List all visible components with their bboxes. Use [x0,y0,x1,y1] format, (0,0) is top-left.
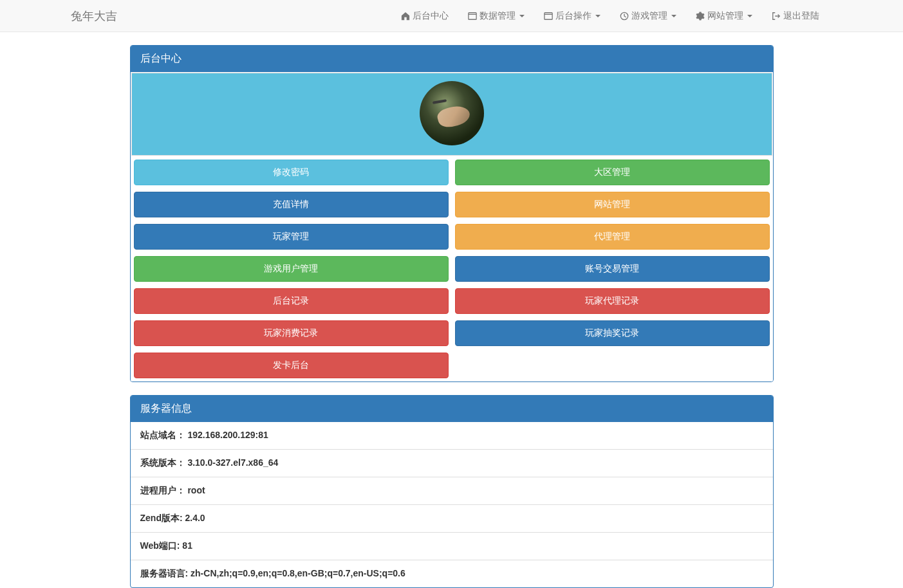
card-backend-button[interactable]: 发卡后台 [134,353,449,378]
change-password-button[interactable]: 修改密码 [134,160,449,185]
avatar [420,81,484,145]
server-info-list: 站点域名： 192.168.200.129:81 系统版本： 3.10.0-32… [131,422,773,587]
nav-backend-label: 后台操作 [555,10,591,22]
panel-dashboard: 后台中心 修改密码 大区管理 充值详情 网站管理 玩家管理 代理管理 游戏用户管… [130,45,774,382]
nav-game-mgmt[interactable]: 游戏管理 [610,1,686,32]
player-lottery-log-button[interactable]: 玩家抽奖记录 [455,320,770,346]
player-mgmt-button[interactable]: 玩家管理 [134,224,449,250]
list-item: 系统版本： 3.10.0-327.el7.x86_64 [131,449,773,477]
nav-game-label: 游戏管理 [631,10,667,22]
avatar-section [131,73,772,156]
brand-title: 兔年大吉 [71,8,117,24]
game-user-mgmt-button[interactable]: 游戏用户管理 [134,256,449,282]
panel-server-title: 服务器信息 [131,396,773,422]
list-item: 站点域名： 192.168.200.129:81 [131,422,773,449]
panel-dashboard-title: 后台中心 [131,46,773,72]
chevron-down-icon [595,15,600,17]
backend-log-button[interactable]: 后台记录 [134,288,449,314]
nav-menu: 后台中心 数据管理 后台操作 游戏管理 [391,1,829,32]
clock-icon [620,12,629,21]
list-item: 服务器语言: zh-CN,zh;q=0.9,en;q=0.8,en-GB;q=0… [131,560,773,587]
panel-server-info: 服务器信息 站点域名： 192.168.200.129:81 系统版本： 3.1… [130,395,774,588]
nav-home[interactable]: 后台中心 [391,1,458,32]
chevron-down-icon [519,15,525,17]
gear-icon [696,12,705,21]
nav-site-label: 网站管理 [707,10,743,22]
player-agent-log-button[interactable]: 玩家代理记录 [455,288,770,314]
chevron-down-icon [747,15,752,17]
agent-mgmt-button[interactable]: 代理管理 [455,224,770,250]
nav-data-label: 数据管理 [479,10,516,22]
nav-home-label: 后台中心 [413,10,449,22]
list-item: Zend版本: 2.4.0 [131,504,773,532]
account-trade-mgmt-button[interactable]: 账号交易管理 [455,256,770,282]
nav-site-mgmt[interactable]: 网站管理 [686,1,762,32]
chevron-down-icon [671,15,676,17]
main-container: 后台中心 修改密码 大区管理 充值详情 网站管理 玩家管理 代理管理 游戏用户管… [120,32,783,588]
button-grid: 修改密码 大区管理 充值详情 网站管理 玩家管理 代理管理 游戏用户管理 账号交… [131,156,773,381]
svg-rect-0 [469,12,476,19]
player-consume-log-button[interactable]: 玩家消费记录 [134,320,449,346]
nav-backend-ops[interactable]: 后台操作 [534,1,610,32]
svg-rect-2 [545,12,552,19]
logout-icon [772,12,781,21]
nav-data-mgmt[interactable]: 数据管理 [458,1,534,32]
nav-logout-label: 退出登陆 [783,10,819,22]
window-icon [468,12,477,21]
region-mgmt-button[interactable]: 大区管理 [455,160,770,185]
window-icon [544,12,553,21]
recharge-details-button[interactable]: 充值详情 [134,192,449,217]
list-item: Web端口: 81 [131,532,773,560]
list-item: 进程用户： root [131,477,773,504]
nav-logout[interactable]: 退出登陆 [762,1,829,32]
top-navbar: 兔年大吉 后台中心 数据管理 后台操作 [0,0,903,32]
home-icon [401,12,410,21]
site-mgmt-button[interactable]: 网站管理 [455,192,770,217]
